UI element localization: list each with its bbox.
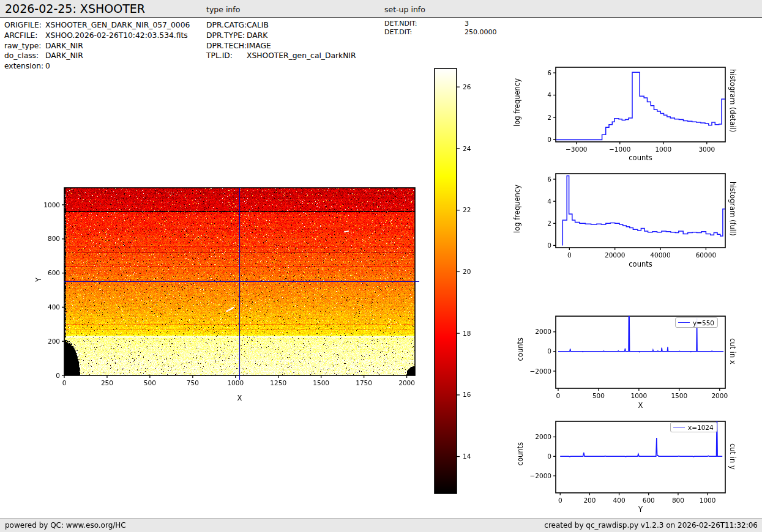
y-tick-label: 0 (547, 453, 551, 460)
colorbar-tick-label: 24 (463, 145, 471, 152)
x-tick-label: 60000 (696, 251, 716, 259)
x-tick-label: 20000 (605, 251, 625, 259)
y-tick-label: 0 (547, 136, 551, 143)
y-tick-label: 0 (547, 347, 551, 355)
y-tick-label: 4 (547, 198, 551, 205)
main-xaxis-label: X (64, 394, 415, 402)
x-tick-label: 1000 (655, 146, 671, 153)
x-tick-label: 1750 (356, 379, 372, 386)
main-yaxis-label: Y (34, 278, 43, 282)
x-tick-label: 0 (556, 392, 561, 399)
cut-x-legend-label: y=550 (693, 319, 714, 327)
x-tick-label: 1000 (630, 392, 647, 399)
cut-y-ylabel: counts (516, 442, 525, 465)
y-tick-label: 2 (547, 114, 551, 121)
x-tick-label: 3000 (698, 146, 715, 153)
x-tick-label: 1500 (671, 392, 687, 399)
hist-detail-ylabel: log frequency (513, 78, 521, 127)
axes-frame (556, 174, 725, 248)
histogram-full-curve (562, 176, 725, 246)
cut-y-xlabel: Y (556, 505, 725, 514)
x-tick-label: 1500 (313, 379, 329, 386)
cut-x-xlabel: X (556, 401, 725, 410)
colorbar-frame (435, 68, 457, 493)
x-tick-label: 1000 (700, 497, 716, 504)
y-tick-label: −2000 (529, 368, 551, 375)
y-tick-label: 1000 (43, 201, 60, 209)
y-tick-label: 0 (547, 242, 551, 249)
hist-full-xlabel: counts (556, 260, 725, 268)
legend-line-swatch (678, 322, 690, 323)
x-tick-label: 500 (144, 379, 156, 386)
y-tick-label: 200 (48, 338, 60, 345)
x-tick-label: 1250 (270, 379, 286, 386)
y-tick-label: 6 (547, 175, 551, 183)
y-tick-label: 2000 (535, 328, 551, 335)
x-tick-label: 800 (672, 497, 684, 504)
hist-full-ylabel: log frequency (513, 185, 521, 233)
cut-y-legend: x=1024 (670, 422, 717, 432)
colorbar-tick-label: 26 (463, 83, 471, 91)
x-tick-label: −3000 (566, 146, 588, 153)
x-tick-label: 200 (583, 497, 596, 504)
footer-bar: powered by QC: www.eso.org/HC created by… (0, 519, 762, 532)
x-tick-label: −1000 (609, 146, 631, 153)
colorbar-tick-label: 18 (463, 330, 471, 337)
cut-y-legend-label: x=1024 (688, 424, 714, 431)
y-tick-label: 400 (48, 303, 60, 311)
x-tick-label: 750 (187, 379, 199, 386)
qc-rawdisp-report: 2026-02-25: XSHOOTER type info set-up in… (0, 0, 762, 532)
colorbar-tick-label: 16 (463, 391, 471, 398)
legend-line-swatch (673, 427, 685, 427)
colorbar-tick-label: 22 (463, 206, 471, 213)
hist-detail-side-label: histogram (detail) (728, 69, 737, 132)
y-tick-label: 600 (48, 269, 60, 276)
cut-x-legend: y=550 (675, 317, 718, 328)
x-tick-label: 400 (613, 497, 626, 504)
y-tick-label: 6 (547, 69, 551, 76)
colorbar-tick-label: 14 (463, 453, 471, 460)
axes-frame (556, 67, 725, 142)
y-tick-label: 4 (547, 91, 551, 98)
footer-right-text: created by qc_rawdisp.py v1.2.3 on 2026-… (544, 521, 758, 530)
cut-x-ylabel: counts (516, 338, 525, 361)
footer-left-text: powered by QC: www.eso.org/HC (5, 521, 126, 530)
y-tick-label: 2 (547, 220, 551, 227)
cut-y-side-label: cut in y (728, 443, 737, 470)
x-tick-label: 0 (567, 251, 572, 259)
histogram-detail-curve (556, 72, 725, 139)
cut-x-side-label: cut in x (728, 338, 737, 364)
x-tick-label: 2000 (711, 392, 728, 399)
x-tick-label: 2000 (398, 379, 415, 386)
x-tick-label: 600 (643, 497, 655, 504)
y-tick-label: 0 (56, 372, 60, 379)
hist-detail-xlabel: counts (556, 153, 725, 162)
x-tick-label: 1000 (227, 379, 244, 386)
x-tick-label: 0 (558, 497, 562, 504)
x-tick-label: 250 (101, 379, 113, 386)
hist-full-side-label: histogram (full) (728, 182, 737, 236)
y-tick-label: −2000 (529, 472, 551, 479)
x-tick-label: 0 (62, 379, 67, 386)
y-tick-label: 800 (48, 235, 60, 242)
y-tick-label: 2000 (535, 433, 551, 440)
x-tick-label: 40000 (650, 251, 670, 259)
x-tick-label: 500 (592, 392, 605, 399)
colorbar-tick-label: 20 (463, 268, 471, 275)
